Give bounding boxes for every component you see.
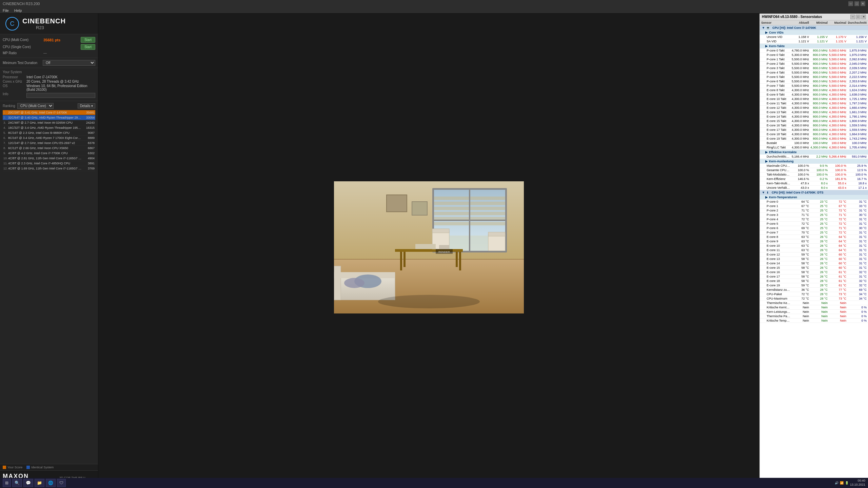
hw-sub-group-header[interactable]: ▶Kern-Takte <box>760 44 868 48</box>
benchmark-section: CPU (Multi Core) 35681 pts Start CPU (Si… <box>0 34 98 58</box>
ranking-item-2[interactable]: 2.32C/64T @ 3.40 GHz, AMD Ryzen Threadri… <box>3 115 95 120</box>
sensor-current: 1.158 V <box>790 35 809 39</box>
ranking-item-9[interactable]: 9.4C/8T @ 4.2 GHz, Intel Core i7-7700K C… <box>3 151 95 156</box>
browser-taskbar-button[interactable]: 🌐 <box>46 479 56 487</box>
sensor-max: 4,300.0 MHz <box>828 115 846 118</box>
sensor-name: P-core 5 Takt <box>767 75 790 79</box>
ranking-details-button[interactable]: Details ▾ <box>78 103 95 108</box>
sensor-max: 5,000.0 MHz <box>828 49 846 52</box>
sensor-avg: 1,875.9 MHz <box>846 49 867 52</box>
render-view: RENDER <box>98 14 760 481</box>
window-controls: ─ □ ✕ <box>848 1 865 6</box>
sensor-name: E-core 8 Takt <box>767 88 790 92</box>
sensor-current: 4,300.0 MHz <box>790 102 809 105</box>
sensor-max: 5,500.0 MHz <box>828 84 846 87</box>
sensor-avg: 31 °C <box>846 209 867 212</box>
cpu-single-start-button[interactable]: Start <box>81 44 95 50</box>
info-input[interactable] <box>26 93 95 98</box>
app-title: CINEBENCH R23.200 <box>3 2 40 6</box>
dts-group-header[interactable]: ▼ 🌡 CPU [#0]: Intel Core i7-14700K: DTS <box>760 190 868 195</box>
sensor-min: 1.121 V <box>809 40 828 43</box>
hw-sub-group-header[interactable]: ▶Kern-Auslastung <box>760 159 868 164</box>
hwinfo-win-controls: ─ □ ✕ <box>850 15 866 19</box>
sensor-name: Kern-Effizienz <box>767 177 790 181</box>
sensor-avg: 25.9 % <box>846 164 867 167</box>
hw-sub-group-header[interactable]: ▶Kern-Temperaturen <box>760 195 868 200</box>
menu-help[interactable]: Help <box>14 8 22 13</box>
cpu-multi-start-button[interactable]: Start <box>81 37 95 43</box>
sensor-name: E-core 14 Takt <box>767 115 790 118</box>
hw-sensor-row: P-core 472 °C25 °C72 °C31 °C <box>760 217 868 222</box>
sensor-name: Kritische Temperatur des Gehäus... <box>767 319 790 322</box>
hw-sensor-row: P-core 572 °C25 °C72 °C31 °C <box>760 222 868 226</box>
sensor-min: 25 °C <box>809 226 828 230</box>
processor-value: Intel Core i7-14700K <box>26 75 95 79</box>
svg-rect-15 <box>412 202 427 215</box>
menu-file[interactable]: File <box>3 8 9 13</box>
hwinfo-minimize[interactable]: ─ <box>850 15 855 19</box>
sensor-name: P-core 3 <box>767 213 790 217</box>
sensor-name: E-core 17 <box>767 275 790 278</box>
taskbar-clock[interactable]: 00:40 13.10.2021 <box>850 479 865 487</box>
chat-taskbar-button[interactable]: 💬 <box>23 479 33 487</box>
rank-num-4: 5. <box>3 131 8 135</box>
sensor-min: 26 °C <box>809 262 828 265</box>
sensor-max: 5,500.0 MHz <box>828 66 846 70</box>
hw-sensor-row: Uncore Verhältnis43.0 x8.0 x43.0 x17.1 x <box>760 186 868 190</box>
ranking-list: 1.20C/28T @ 3.41 GHz, Intel Core i7-1470… <box>3 110 95 462</box>
rank-num-9: 10. <box>3 157 8 160</box>
sensor-current: 5,500.0 MHz <box>790 80 809 83</box>
sensor-max: 5,500.0 MHz <box>828 62 846 65</box>
sensor-name: E-core 14 <box>767 262 790 265</box>
sensor-current: 69 °C <box>790 226 809 230</box>
close-button[interactable]: ✕ <box>861 1 865 6</box>
sensor-avg: 30 °C <box>846 226 867 230</box>
ranking-filter-select[interactable]: CPU (Multi Core) <box>17 103 54 109</box>
cpu-multi-score: 35681 pts <box>43 38 81 42</box>
sensor-max: 100.0 MHz <box>828 141 846 145</box>
hw-sub-group-header[interactable]: ▶Core VIDs <box>760 30 868 35</box>
sensor-max: 4,300.0 MHz <box>828 133 846 136</box>
search-taskbar-button[interactable]: 🔍 <box>12 479 22 487</box>
ranking-item-1[interactable]: 1.20C/28T @ 3.41 GHz, Intel Core i7-1470… <box>3 110 95 115</box>
ranking-item-5[interactable]: 5.8C/16T @ 2.3 GHz, Intel Core i9-9880H … <box>3 130 95 136</box>
your-system-title: Your System <box>3 70 95 74</box>
ranking-item-11[interactable]: 11.4C/8T @ 2.3 GHz, Intel Core i7-4850HQ… <box>3 161 95 166</box>
hwinfo-close[interactable]: ✕ <box>861 15 866 19</box>
rank-num-11: 12. <box>3 167 8 170</box>
dts-rows-container: ▶Kern-TemperaturenP-core 064 °C23 °C72 °… <box>760 195 868 323</box>
sensor-avg: 1,725.1 MHz <box>846 97 867 101</box>
rank-desc-9: 4C/8T @ 2.81 GHz, 11th Gen Intel Core i7… <box>8 157 82 160</box>
sensor-min: 28 °C <box>809 292 828 296</box>
start-button[interactable]: ⊞ <box>3 479 11 487</box>
ranking-item-10[interactable]: 10.4C/8T @ 2.81 GHz, 11th Gen Intel Core… <box>3 156 95 161</box>
sensor-current: 43.0 x <box>790 186 809 189</box>
sensor-avg: 1,638.0 MHz <box>846 93 867 96</box>
ranking-item-4[interactable]: 4.16C/32T @ 3.4 GHz, AMD Ryzen Threadrip… <box>3 125 95 130</box>
maximize-button[interactable]: □ <box>854 1 859 6</box>
sensor-min: 28 °C <box>809 288 828 291</box>
sensor-name: P-core 6 <box>767 226 790 230</box>
hwinfo-sensor-list[interactable]: ▼ 💻 CPU [#0]: Intel Core i7-14700K ▶Core… <box>760 25 868 479</box>
ranking-section: Ranking CPU (Multi Core) Details ▾ 1.20C… <box>0 101 98 464</box>
hw-sensor-row: E-core 11 Takt4,300.0 MHz800.0 MHz4,300.… <box>760 101 868 106</box>
sensor-name: E-core 13 Takt <box>767 110 790 114</box>
hw-sub-group-header[interactable]: ▶Effektive Kerntakte <box>760 150 868 155</box>
explorer-taskbar-button[interactable]: 📁 <box>35 479 44 487</box>
sensor-min: 800.0 MHz <box>809 62 828 65</box>
security-taskbar-button[interactable]: 🛡 <box>57 479 66 487</box>
ranking-item-7[interactable]: 7.12C/24T @ 2.7 GHz, Intel Xeon CPU E5-2… <box>3 141 95 146</box>
ranking-item-12[interactable]: 12.4C/8T @ 1.69 GHz, 11th Gen Intel Core… <box>3 166 95 171</box>
hwinfo-maximize[interactable]: □ <box>856 15 861 19</box>
sensor-min: 26 °C <box>809 270 828 274</box>
ranking-item-6[interactable]: 6.8C/16T @ 3.4 GHz, AMD Ryzen 7 1700X Ei… <box>3 136 95 141</box>
min-duration-select[interactable]: Off <box>43 60 95 66</box>
ranking-item-8[interactable]: 8.6C/12T @ 2.66 GHz, Intel Xeon CPU X565… <box>3 146 95 151</box>
sensor-current: 58 °C <box>790 257 809 261</box>
cpu-group-header[interactable]: ▼ 💻 CPU [#0]: Intel Core i7-14700K <box>760 25 868 30</box>
cores-label: Cores x GHz <box>3 80 26 83</box>
minimize-button[interactable]: ─ <box>848 1 853 6</box>
ranking-item-3[interactable]: 3.24C/48T @ 2.7 GHz, Intel Xeon W-3265M … <box>3 120 95 125</box>
sensor-current: Nein <box>790 301 809 305</box>
sensor-current: 100.0 MHz <box>790 141 809 145</box>
